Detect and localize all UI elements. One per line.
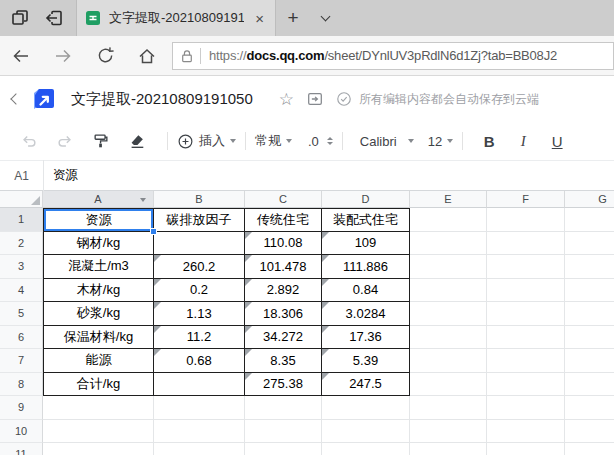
cell-B8[interactable] [154,373,245,397]
column-header-E[interactable]: E [410,191,487,208]
fill-handle[interactable] [150,228,157,235]
cell-G7[interactable] [565,349,614,373]
cell-B3[interactable]: 260.2 [154,255,245,279]
cell-F1[interactable] [487,208,565,232]
format-painter-icon[interactable] [86,127,116,155]
cell-B6[interactable]: 11.2 [154,326,245,350]
cell-E8[interactable] [410,373,487,397]
row-header-10[interactable]: 10 [0,420,43,444]
set-tabs-aside-icon[interactable] [42,6,66,30]
cell-D8[interactable]: 247.5 [322,373,410,397]
bold-button[interactable]: B [472,133,506,150]
cell-F2[interactable] [487,232,565,256]
cell-G10[interactable] [565,420,614,444]
row-header-8[interactable]: 8 [0,373,43,397]
cell-F3[interactable] [487,255,565,279]
cell-B4[interactable]: 0.2 [154,279,245,303]
row-header-7[interactable]: 7 [0,349,43,373]
cell-E10[interactable] [410,420,487,444]
row-header-4[interactable]: 4 [0,279,43,303]
up-down-arrows-icon[interactable] [327,137,333,145]
cell-D4[interactable]: 0.84 [322,279,410,303]
cell-F4[interactable] [487,279,565,303]
column-dropdown-icon[interactable] [140,198,146,202]
cell-E11[interactable] [410,443,487,455]
cell-D2[interactable]: 109 [322,232,410,256]
clear-format-eraser-icon[interactable] [122,127,152,155]
cell-D6[interactable]: 17.36 [322,326,410,350]
row-header-1[interactable]: 1 [0,208,43,232]
cell-A5[interactable]: 砂浆/kg [43,302,154,326]
cell-D7[interactable]: 5.39 [322,349,410,373]
column-header-G[interactable]: G [565,191,614,208]
cell-G11[interactable] [565,443,614,455]
cell-A2[interactable]: 钢材/kg [43,232,154,256]
redo-button[interactable] [50,127,80,155]
column-header-A[interactable]: A [43,191,154,208]
cell-A8[interactable]: 合计/kg [43,373,154,397]
tencent-docs-logo[interactable] [30,86,57,113]
cell-A1[interactable]: 资源 [43,208,154,232]
cell-A6[interactable]: 保温材料/kg [43,326,154,350]
cell-D11[interactable] [322,443,410,455]
underline-button[interactable]: U [540,133,574,150]
cell-E7[interactable] [410,349,487,373]
cell-F6[interactable] [487,326,565,350]
cell-F7[interactable] [487,349,565,373]
cell-C8[interactable]: 275.38 [245,373,322,397]
number-format-menu[interactable]: 常规 [255,132,292,150]
row-header-5[interactable]: 5 [0,302,43,326]
cell-B11[interactable] [154,443,245,455]
column-header-B[interactable]: B [154,191,245,208]
cell-F10[interactable] [487,420,565,444]
cell-C6[interactable]: 34.272 [245,326,322,350]
back-button[interactable] [0,36,42,76]
cell-C3[interactable]: 101.478 [245,255,322,279]
undo-button[interactable] [14,127,44,155]
cell-G2[interactable] [565,232,614,256]
cell-G8[interactable] [565,373,614,397]
tab-preview-icon[interactable] [8,6,32,30]
cell-G4[interactable] [565,279,614,303]
row-header-11[interactable]: 11 [0,443,43,455]
cell-C9[interactable] [245,396,322,420]
cell-A11[interactable] [43,443,154,455]
cell-E2[interactable] [410,232,487,256]
cell-B1[interactable]: 碳排放因子 [154,208,245,232]
cell-D5[interactable]: 3.0284 [322,302,410,326]
select-all-corner[interactable] [0,191,43,208]
cell-A4[interactable]: 木材/kg [43,279,154,303]
cell-G9[interactable] [565,396,614,420]
cell-C7[interactable]: 8.35 [245,349,322,373]
cell-F8[interactable] [487,373,565,397]
row-header-6[interactable]: 6 [0,326,43,350]
cell-B10[interactable] [154,420,245,444]
font-family-select[interactable]: Calibri [360,134,414,149]
home-button[interactable] [126,36,168,76]
cell-E5[interactable] [410,302,487,326]
cell-G6[interactable] [565,326,614,350]
cell-B2[interactable] [154,232,245,256]
cell-A3[interactable]: 混凝土/m3 [43,255,154,279]
row-header-2[interactable]: 2 [0,232,43,256]
cell-A7[interactable]: 能源 [43,349,154,373]
cell-A9[interactable] [43,396,154,420]
address-bar[interactable]: https://docs.qq.com/sheet/DYnlUV3pRdlN6d… [172,42,614,70]
cell-E4[interactable] [410,279,487,303]
cell-C2[interactable]: 110.08 [245,232,322,256]
decimal-places-stepper[interactable]: .0 [308,134,333,149]
cell-D1[interactable]: 装配式住宅 [322,208,410,232]
doc-back-icon[interactable] [10,93,21,104]
cell-C11[interactable] [245,443,322,455]
cell-C1[interactable]: 传统住宅 [245,208,322,232]
column-header-D[interactable]: D [322,191,410,208]
cell-B7[interactable]: 0.68 [154,349,245,373]
refresh-button[interactable] [84,36,126,76]
cell-G1[interactable] [565,208,614,232]
cell-C10[interactable] [245,420,322,444]
star-icon[interactable]: ☆ [279,89,294,110]
font-size-select[interactable]: 12 [428,134,453,149]
cell-E3[interactable] [410,255,487,279]
browser-tab[interactable]: 文字提取-20210809191 × [76,0,276,36]
formula-input[interactable]: 资源 [44,167,78,184]
